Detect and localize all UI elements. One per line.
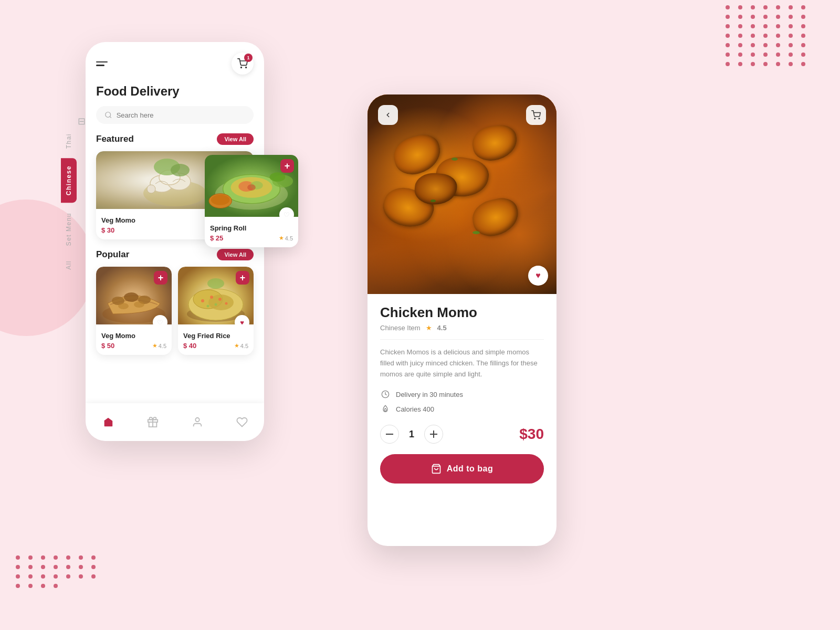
page-title: Food Delivery <box>96 84 254 99</box>
popular-view-all[interactable]: View All <box>217 249 254 260</box>
spring-roll-card: + ♡ Spring Roll $ 25 ★ 4.5 <box>205 155 298 247</box>
svg-point-8 <box>171 164 190 176</box>
svg-point-36 <box>247 184 256 191</box>
svg-point-22 <box>218 298 222 301</box>
spring-roll-image: + ♡ <box>205 155 298 217</box>
tab-set-menu[interactable]: Set Menu <box>61 205 77 253</box>
search-icon <box>104 111 112 119</box>
side-icons: ⊟ <box>78 42 86 127</box>
detail-order-row: 1 $30 <box>380 425 544 444</box>
divider-1 <box>380 339 544 340</box>
tab-thai[interactable]: Thai <box>61 126 77 156</box>
spring-roll-price-row: $ 25 ★ 4.5 <box>210 234 293 242</box>
svg-point-12 <box>124 292 139 302</box>
filter-icon[interactable]: ⊟ <box>78 116 86 127</box>
svg-point-25 <box>215 303 217 306</box>
nav-favorites[interactable] <box>236 416 248 428</box>
featured-section-header: Featured View All <box>96 133 254 145</box>
svg-point-38 <box>211 195 230 205</box>
tab-chinese[interactable]: Chinese <box>61 158 77 203</box>
detail-cart-button[interactable] <box>526 105 546 125</box>
popular-card-veg-momo: + ♡ Veg Momo $ 50 ★ 4.5 <box>96 267 172 355</box>
calories-text: Calories 400 <box>396 405 434 413</box>
detail-info-row: Delivery in 30 minutes Calories 400 <box>380 389 544 414</box>
veg-fried-rice-name: Veg Fried Rice <box>183 332 248 340</box>
featured-label: Featured <box>96 134 134 144</box>
svg-point-42 <box>539 118 540 119</box>
phone2-detail: ♥ Chicken Momo Chinese Item ★ 4.5 Chicke… <box>368 94 556 546</box>
popular-veg-momo-price: $ 50 <box>101 342 114 350</box>
nav-home[interactable] <box>102 416 114 428</box>
svg-point-2 <box>106 112 111 118</box>
svg-point-24 <box>207 305 209 308</box>
detail-meta: Chinese Item ★ 4.5 <box>380 324 544 332</box>
popular-cards-row: + ♡ Veg Momo $ 50 ★ 4.5 <box>96 267 254 355</box>
phone1-header: 1 <box>96 52 254 75</box>
cart-badge: 1 <box>244 54 253 62</box>
veg-fried-rice-price-row: $ 40 ★ 4.5 <box>183 342 248 350</box>
nav-profile[interactable] <box>192 416 203 428</box>
spring-roll-rating: ★ 4.5 <box>279 235 293 242</box>
popular-veg-momo-add-button[interactable]: + <box>154 271 167 285</box>
detail-price: $30 <box>519 426 544 443</box>
svg-point-23 <box>225 302 228 305</box>
tab-all[interactable]: All <box>61 253 77 277</box>
detail-rating-value: 4.5 <box>437 324 447 332</box>
decorative-dots-topright <box>726 5 808 66</box>
detail-description: Chicken Momos is a delicious and simple … <box>380 347 544 380</box>
detail-category: Chinese Item <box>380 324 421 332</box>
svg-point-9 <box>147 185 155 193</box>
fire-icon <box>380 404 391 414</box>
quantity-increment[interactable] <box>424 425 443 444</box>
popular-label: Popular <box>96 249 129 260</box>
svg-point-40 <box>270 172 286 182</box>
popular-veg-momo-price-row: $ 50 ★ 4.5 <box>101 342 166 350</box>
person-icon <box>192 416 203 428</box>
svg-point-20 <box>201 299 204 302</box>
detail-food-image: ♥ <box>368 94 556 294</box>
popular-section-header: Popular View All <box>96 249 254 260</box>
quantity-decrement[interactable] <box>380 425 399 444</box>
clock-icon <box>380 389 391 400</box>
delivery-text: Delivery in 30 minutes <box>396 391 463 398</box>
veg-fried-rice-price: $ 40 <box>183 342 196 350</box>
veg-fried-rice-rating: ★ 4.5 <box>234 342 248 349</box>
svg-point-1 <box>246 67 247 68</box>
featured-view-all[interactable]: View All <box>217 133 254 145</box>
detail-back-button[interactable] <box>378 105 398 125</box>
hamburger-menu[interactable] <box>96 61 108 66</box>
svg-point-14 <box>118 303 129 309</box>
detail-item-name: Chicken Momo <box>380 304 544 321</box>
quantity-value: 1 <box>406 429 417 440</box>
svg-point-29 <box>195 418 199 422</box>
nav-gift[interactable] <box>147 416 159 428</box>
bag-icon <box>431 464 442 474</box>
detail-fav-button[interactable]: ♥ <box>528 266 548 286</box>
svg-point-0 <box>241 67 242 68</box>
popular-veg-momo-image: + ♡ <box>96 267 172 324</box>
svg-point-41 <box>534 118 536 119</box>
svg-point-26 <box>207 278 224 289</box>
spring-roll-add-button[interactable]: + <box>280 159 294 173</box>
gift-icon <box>147 416 159 428</box>
bottom-nav <box>86 403 264 441</box>
search-bar[interactable] <box>96 106 254 124</box>
quantity-control: 1 <box>380 425 443 444</box>
search-input[interactable] <box>117 111 245 119</box>
add-to-bag-button[interactable]: Add to bag <box>380 454 544 484</box>
decorative-dots-bottomleft <box>16 555 99 588</box>
veg-fried-rice-add-button[interactable]: + <box>236 271 249 285</box>
veg-fried-rice-image: + ♥ <box>178 267 254 324</box>
detail-rating-star: ★ <box>426 324 432 332</box>
veg-momo-price: $ 30 <box>101 226 114 234</box>
cart-button[interactable]: 1 <box>232 52 254 75</box>
popular-veg-momo-name: Veg Momo <box>101 332 166 340</box>
heart-outline-icon <box>236 416 248 428</box>
popular-card-veg-fried-rice: + ♥ Veg Fried Rice $ 40 ★ 4.5 <box>178 267 254 355</box>
spring-roll-price: $ 25 <box>210 234 223 242</box>
category-tabs: Thai Chinese Set Menu All <box>61 126 77 277</box>
spring-roll-name: Spring Roll <box>210 224 293 232</box>
delivery-info: Delivery in 30 minutes <box>380 389 544 400</box>
svg-point-21 <box>210 296 213 299</box>
detail-content: Chicken Momo Chinese Item ★ 4.5 Chicken … <box>368 294 556 494</box>
